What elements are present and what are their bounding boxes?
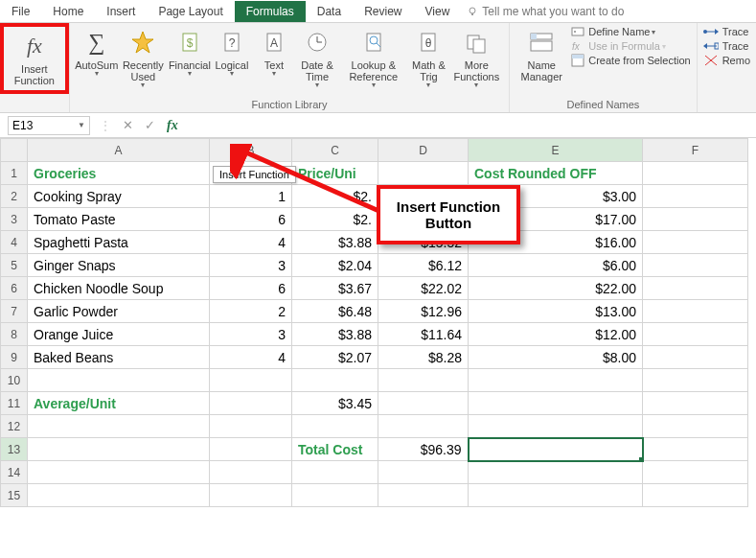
cell[interactable]: [643, 254, 748, 277]
cell[interactable]: $96.39: [378, 438, 469, 461]
cell[interactable]: 3: [210, 323, 292, 346]
cell[interactable]: [643, 415, 748, 438]
cell[interactable]: $6.12: [378, 254, 469, 277]
cell[interactable]: [28, 461, 210, 484]
cell[interactable]: Baked Beans: [28, 346, 210, 369]
tab-view[interactable]: View: [414, 1, 462, 22]
tab-data[interactable]: Data: [306, 1, 353, 22]
fx-formula-button[interactable]: fx: [161, 118, 184, 133]
tell-me[interactable]: Tell me what you want to do: [467, 5, 624, 18]
cell[interactable]: $6.00: [469, 254, 643, 277]
tab-home[interactable]: Home: [41, 1, 95, 22]
cell[interactable]: [643, 231, 748, 254]
row-header[interactable]: 2: [1, 185, 28, 208]
cell[interactable]: 2: [210, 300, 292, 323]
cell[interactable]: [292, 484, 378, 507]
cell[interactable]: 4: [210, 231, 292, 254]
row-header[interactable]: 10: [1, 369, 28, 392]
cell[interactable]: Garlic Powder: [28, 300, 210, 323]
cell[interactable]: [210, 369, 292, 392]
cell[interactable]: [643, 277, 748, 300]
cell[interactable]: $2.04: [292, 254, 378, 277]
cell[interactable]: Orange Juice: [28, 323, 210, 346]
cell[interactable]: [469, 484, 643, 507]
cell[interactable]: [210, 438, 292, 461]
financial-button[interactable]: $ Financial: [169, 25, 211, 80]
cell[interactable]: [378, 162, 469, 185]
cell[interactable]: Price/Uni: [292, 162, 378, 185]
row-header[interactable]: 13: [1, 438, 28, 461]
cell[interactable]: [643, 392, 748, 415]
cell[interactable]: $12.00: [469, 323, 643, 346]
cell[interactable]: [210, 461, 292, 484]
col-header-A[interactable]: A: [28, 139, 210, 162]
cell[interactable]: [378, 415, 469, 438]
cell[interactable]: [643, 323, 748, 346]
cell[interactable]: $8.00: [469, 346, 643, 369]
cell[interactable]: [469, 461, 643, 484]
cell[interactable]: $6.48: [292, 300, 378, 323]
row-header[interactable]: 5: [1, 254, 28, 277]
cell[interactable]: $13.00: [469, 300, 643, 323]
cell[interactable]: 4: [210, 346, 292, 369]
cell[interactable]: [28, 415, 210, 438]
cell[interactable]: [210, 484, 292, 507]
cell[interactable]: $8.28: [378, 346, 469, 369]
tab-file[interactable]: File: [0, 1, 41, 22]
tab-review[interactable]: Review: [353, 1, 413, 22]
tab-formulas[interactable]: Formulas: [235, 1, 306, 22]
col-header-F[interactable]: F: [643, 139, 748, 162]
cell[interactable]: $3.88: [292, 231, 378, 254]
cell[interactable]: Ginger Snaps: [28, 254, 210, 277]
enter-formula-button[interactable]: ✓: [139, 118, 161, 132]
row-header[interactable]: 3: [1, 208, 28, 231]
math-trig-button[interactable]: θ Math & Trig: [407, 25, 449, 91]
row-header[interactable]: 8: [1, 323, 28, 346]
cell[interactable]: [210, 392, 292, 415]
name-manager-button[interactable]: Name Manager: [515, 25, 567, 84]
trace-precedents-button[interactable]: Trace: [703, 25, 750, 38]
cell[interactable]: Cost Rounded OFF: [469, 162, 643, 185]
cell[interactable]: [643, 461, 748, 484]
cell[interactable]: $3.45: [292, 392, 378, 415]
cell[interactable]: $3.67: [292, 277, 378, 300]
recently-used-button[interactable]: Recently Used: [118, 25, 169, 91]
cell[interactable]: [643, 484, 748, 507]
row-header[interactable]: 6: [1, 277, 28, 300]
autosum-button[interactable]: ∑ AutoSum: [76, 25, 118, 80]
cancel-formula-button[interactable]: ✕: [117, 118, 139, 132]
cell[interactable]: $2.07: [292, 346, 378, 369]
cell[interactable]: $3.88: [292, 323, 378, 346]
cell[interactable]: [28, 438, 210, 461]
cell[interactable]: Groceries: [28, 162, 210, 185]
cell[interactable]: [210, 415, 292, 438]
cell[interactable]: $22.00: [469, 277, 643, 300]
row-header[interactable]: 14: [1, 461, 28, 484]
row-header[interactable]: 9: [1, 346, 28, 369]
create-from-selection-button[interactable]: Create from Selection: [571, 54, 690, 67]
cell[interactable]: Tomato Paste: [28, 208, 210, 231]
cell[interactable]: [28, 484, 210, 507]
cell[interactable]: [378, 461, 469, 484]
logical-button[interactable]: ? Logical: [211, 25, 253, 80]
trace-dependents-button[interactable]: Trace: [703, 39, 750, 53]
row-header[interactable]: 1: [1, 162, 28, 185]
cell[interactable]: 1: [210, 185, 292, 208]
cell[interactable]: [469, 392, 643, 415]
cell[interactable]: [643, 185, 748, 208]
insert-function-button[interactable]: fx Insert Function: [6, 29, 63, 88]
cell[interactable]: $11.64: [378, 323, 469, 346]
row-header[interactable]: 15: [1, 484, 28, 507]
cell[interactable]: [292, 415, 378, 438]
name-box[interactable]: E13 ▼: [8, 116, 90, 135]
cell[interactable]: [643, 438, 748, 461]
tab-insert[interactable]: Insert: [95, 1, 147, 22]
cell[interactable]: $2.: [292, 208, 378, 231]
cell[interactable]: [643, 300, 748, 323]
cell[interactable]: $2.: [292, 185, 378, 208]
cell[interactable]: 6: [210, 277, 292, 300]
cell[interactable]: Total Cost: [292, 438, 378, 461]
cell[interactable]: [292, 369, 378, 392]
cell[interactable]: Chicken Noodle Soup: [28, 277, 210, 300]
cell[interactable]: Cooking Spray: [28, 185, 210, 208]
